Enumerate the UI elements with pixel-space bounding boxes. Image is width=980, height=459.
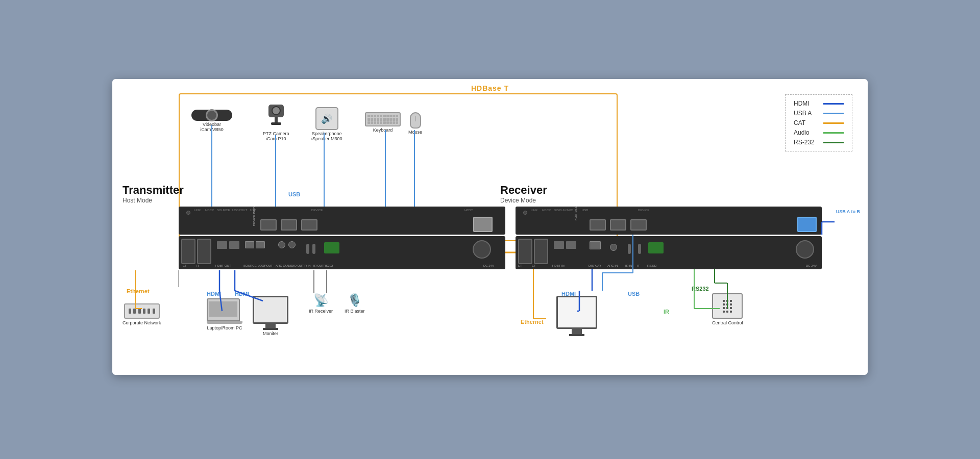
mouse-icon [410,112,421,129]
ir-receiver-device: 📡 IR Receiver [309,293,333,314]
display-icon [556,296,597,329]
rx-rs232-label: RS232 [692,286,709,292]
videobar-device: Videobar iCam VB50 [191,110,232,132]
hdbaset-label: HDBase T [471,84,509,92]
transmitter-bottom-device: ET IT HDBT OUT SOURCE LOOPOUT ARC OUT AU… [179,236,505,269]
videobar-model: iCam VB50 [191,127,232,132]
rx-usb-label: USB [628,291,640,297]
videobar-icon [191,110,232,121]
ir-blaster-label: IR Blaster [345,309,365,314]
ir-blaster-icon: 🎙️ [345,293,365,308]
tx-hdmi-label-2: HDMI [235,291,249,297]
laptop-icon [207,298,240,321]
receiver-title: Receiver [500,184,547,197]
central-control-label: Central Control [712,320,743,325]
corporate-network-device: Corporate Network [122,303,161,325]
legend-cat: CAT [794,119,844,126]
corporate-network-label: Corporate Network [122,320,161,325]
ir-receiver-icon: 📡 [309,293,333,308]
usb-label: USB [288,191,300,197]
display-device [556,296,597,336]
network-switch-icon [124,303,160,319]
ptz-label: PTZ Camera [263,131,289,136]
legend-usba-line [823,113,844,114]
monitor-device: Moniter [253,296,288,336]
mouse-device: Mouse [408,112,422,135]
legend-hdmi-label: HDMI [794,100,819,107]
rx-hdmi-label: HDMI [561,291,576,297]
legend-audio-line [823,132,844,134]
speakerphone-icon: 🔊 [315,107,338,130]
videobar-label: Videobar [191,122,232,127]
transmitter-top-device: LINK HDCP SOURCE LOOPOUT USB DEVICE HOST… [179,207,505,235]
central-control-icon [712,293,743,319]
legend-audio: Audio [794,129,844,136]
ir-blaster-device: 🎙️ IR Blaster [345,293,365,314]
monitor-label: Moniter [253,331,288,336]
laptop-label: Laptop/Room PC [207,325,242,330]
legend-usba: USB A [794,110,844,117]
legend-audio-label: Audio [794,129,819,136]
transmitter-title: Transmitter [122,184,184,197]
laptop-device: Laptop/Room PC [207,298,242,330]
legend-rs232-line [823,142,844,143]
receiver-top-device: LINK HDCP DISPLAY ARC USB DEVICE HDMI PA… [516,207,822,235]
transmitter-subtitle: Host Mode [122,197,184,204]
rx-ir-label: IR [664,309,669,315]
legend-box: HDMI USB A CAT Audio RS-232 [785,94,852,151]
usb-ab-label: USB A to B [836,209,860,214]
keyboard-device: Keyboard [365,112,401,133]
transmitter-section: Transmitter Host Mode [122,184,184,204]
speakerphone-device: 🔊 Speakerphone iSpeaker M300 [311,107,342,141]
keyboard-label: Keyboard [365,128,401,133]
speakerphone-model: iSpeaker M300 [311,136,342,141]
keyboard-icon [365,112,401,126]
receiver-subtitle: Device Mode [500,197,547,204]
central-control-device: Central Control [712,293,743,325]
mouse-label: Mouse [408,130,422,135]
receiver-bottom-device: ET ET HDBT IN DISPLAY ARC IN IR IN IT RS… [516,236,822,269]
tx-hdmi-label-1: HDMI [207,291,221,297]
rx-ethernet-label: Ethernet [521,319,544,325]
legend-rs232: RS-232 [794,139,844,146]
speakerphone-label: Speakerphone [311,131,342,136]
legend-usba-label: USB A [794,110,819,117]
legend-rs232-label: RS-232 [794,139,819,146]
main-diagram-card: HDBase T HDMI USB A CAT Audio RS-232 Tra… [112,79,868,375]
ptz-model: iCam P10 [263,136,289,141]
monitor-icon [253,296,288,324]
legend-cat-label: CAT [794,119,819,126]
tx-ethernet-label: Ethernet [127,288,150,294]
ptz-camera-icon [266,105,286,130]
ir-receiver-label: IR Receiver [309,309,333,314]
legend-cat-line [823,122,844,124]
legend-hdmi-line [823,103,844,105]
receiver-section: Receiver Device Mode [500,184,547,204]
legend-hdmi: HDMI [794,100,844,107]
ptz-camera-device: PTZ Camera iCam P10 [263,105,289,141]
